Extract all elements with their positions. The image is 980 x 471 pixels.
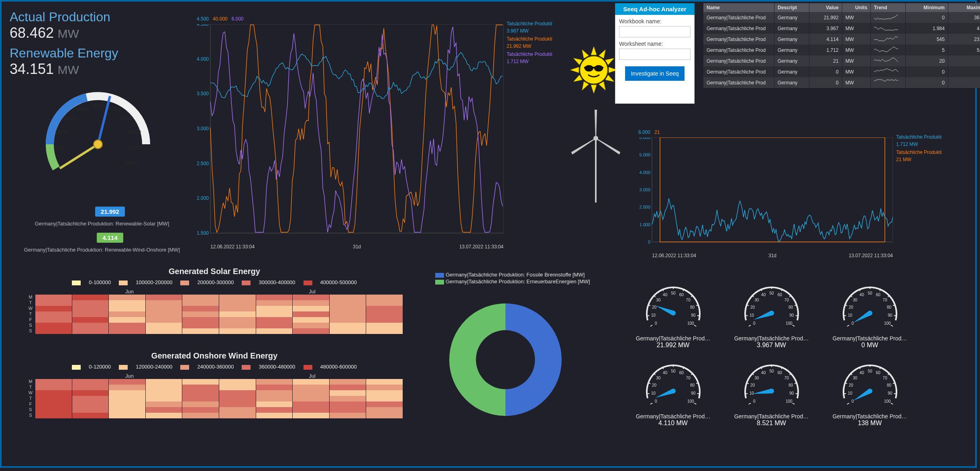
table-row[interactable]: Germany|Tatsächliche ProdGermany1.712MW5… [703, 45, 980, 55]
heatmap-cell[interactable] [256, 413, 293, 418]
heatmap-cell[interactable] [35, 328, 72, 334]
heatmap-cell[interactable] [256, 311, 293, 317]
heatmap-cell[interactable] [35, 300, 72, 306]
heatmap-cell[interactable] [366, 328, 403, 334]
heatmap-cell[interactable] [219, 407, 256, 413]
heatmap-cell[interactable] [330, 317, 367, 323]
seeq-worksheet-input[interactable] [619, 49, 691, 60]
heatmap-cell[interactable] [72, 317, 109, 323]
heatmap-cell[interactable] [109, 328, 146, 334]
heatmap-cell[interactable] [256, 295, 293, 300]
table-header[interactable]: Name [703, 3, 774, 12]
heatmap-cell[interactable] [219, 385, 256, 390]
heatmap-cell[interactable] [146, 328, 183, 334]
table-header[interactable]: Maximum [948, 3, 980, 12]
heatmap-cell[interactable] [72, 328, 109, 334]
heatmap-cell[interactable] [72, 385, 109, 390]
heatmap-cell[interactable] [293, 401, 330, 407]
heatmap-cell[interactable] [182, 390, 219, 396]
heatmap-cell[interactable] [256, 390, 293, 396]
heatmap-cell[interactable] [146, 300, 183, 306]
heatmap-cell[interactable] [219, 317, 256, 323]
heatmap-cell[interactable] [256, 379, 293, 385]
heatmap-cell[interactable] [182, 323, 219, 328]
heatmap-cell[interactable] [219, 300, 256, 306]
heatmap-cell[interactable] [219, 323, 256, 328]
heatmap-cell[interactable] [219, 396, 256, 401]
heatmap-cell[interactable] [182, 306, 219, 311]
heatmap-cell[interactable] [366, 407, 403, 413]
heatmap-cell[interactable] [109, 306, 146, 311]
heatmap-cell[interactable] [293, 300, 330, 306]
heatmap-cell[interactable] [35, 385, 72, 390]
heatmap-cell[interactable] [219, 295, 256, 300]
heatmap-cell[interactable] [182, 300, 219, 306]
heatmap-cell[interactable] [35, 311, 72, 317]
heatmap-cell[interactable] [146, 317, 183, 323]
heatmap-cell[interactable] [182, 311, 219, 317]
heatmap-cell[interactable] [109, 396, 146, 401]
heatmap-cell[interactable] [109, 401, 146, 407]
heatmap-cell[interactable] [146, 379, 183, 385]
secondary-chart[interactable]: 6.000 21 01.0002.0003.0004.0005.0006.000… [636, 130, 893, 258]
table-header[interactable]: Value [809, 3, 842, 12]
heatmap-cell[interactable] [293, 413, 330, 418]
heatmap-cell[interactable] [146, 413, 183, 418]
heatmap-cell[interactable] [330, 311, 367, 317]
table-row[interactable]: Germany|Tatsächliche ProdGermany3.967MW1… [703, 23, 980, 34]
heatmap-cell[interactable] [219, 401, 256, 407]
heatmap-cell[interactable] [366, 306, 403, 311]
heatmap-cell[interactable] [293, 295, 330, 300]
heatmap-cell[interactable] [109, 390, 146, 396]
heatmap-cell[interactable] [146, 396, 183, 401]
heatmap-cell[interactable] [366, 295, 403, 300]
heatmap-cell[interactable] [293, 306, 330, 311]
heatmap-cell[interactable] [146, 385, 183, 390]
heatmap-cell[interactable] [35, 295, 72, 300]
table-row[interactable]: Germany|Tatsächliche ProdGermany0MW00 [703, 66, 980, 77]
heatmap-cell[interactable] [72, 413, 109, 418]
heatmap-cell[interactable] [146, 295, 183, 300]
heatmap-cell[interactable] [72, 295, 109, 300]
heatmap-cell[interactable] [109, 311, 146, 317]
heatmap-cell[interactable] [72, 379, 109, 385]
heatmap-cell[interactable] [256, 328, 293, 334]
heatmap-cell[interactable] [366, 401, 403, 407]
heatmap-cell[interactable] [330, 396, 367, 401]
heatmap-cell[interactable] [182, 328, 219, 334]
heatmap-cell[interactable] [293, 323, 330, 328]
heatmap-cell[interactable] [366, 390, 403, 396]
heatmap-cell[interactable] [109, 295, 146, 300]
heatmap-cell[interactable] [293, 379, 330, 385]
heatmap-cell[interactable] [330, 306, 367, 311]
heatmap-cell[interactable] [109, 413, 146, 418]
table-header[interactable]: Descript [774, 3, 809, 12]
heatmap-cell[interactable] [219, 390, 256, 396]
heatmap-cell[interactable] [146, 306, 183, 311]
heatmap-cell[interactable] [72, 311, 109, 317]
heatmap-cell[interactable] [35, 407, 72, 413]
heatmap-cell[interactable] [219, 328, 256, 334]
heatmap-cell[interactable] [72, 300, 109, 306]
table-row[interactable]: Germany|Tatsächliche ProdGermany4.114MW5… [703, 34, 980, 45]
heatmap-cell[interactable] [256, 396, 293, 401]
heatmap-cell[interactable] [146, 407, 183, 413]
heatmap-cell[interactable] [35, 390, 72, 396]
heatmap-cell[interactable] [109, 385, 146, 390]
table-row[interactable]: Germany|Tatsächliche ProdGermany21MW2021 [703, 55, 980, 66]
seeq-workbook-input[interactable] [619, 26, 691, 37]
heatmap-cell[interactable] [256, 300, 293, 306]
table-header[interactable]: Trend [871, 3, 906, 12]
heatmap-cell[interactable] [330, 390, 367, 396]
heatmap-cell[interactable] [330, 300, 367, 306]
heatmap-cell[interactable] [182, 396, 219, 401]
heatmap-cell[interactable] [366, 311, 403, 317]
heatmap-cell[interactable] [35, 317, 72, 323]
heatmap-cell[interactable] [330, 413, 367, 418]
heatmap-cell[interactable] [366, 396, 403, 401]
table-header[interactable]: Minimum [906, 3, 948, 12]
heatmap-cell[interactable] [293, 396, 330, 401]
heatmap-cell[interactable] [109, 407, 146, 413]
heatmap-cell[interactable] [256, 407, 293, 413]
heatmap-cell[interactable] [182, 295, 219, 300]
